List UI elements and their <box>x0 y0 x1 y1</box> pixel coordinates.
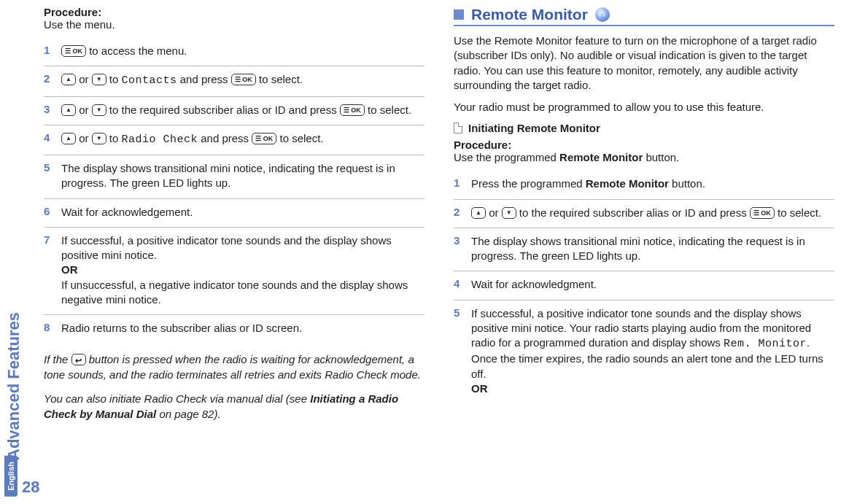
intro-paragraph: Your radio must be programmed to allow y… <box>454 100 834 115</box>
step-number: 3 <box>454 234 464 264</box>
step-row: 1 ☰ OK to access the menu. <box>44 38 424 66</box>
step-number: 6 <box>44 205 54 220</box>
step-text: or <box>76 132 92 144</box>
up-arrow-icon <box>61 133 76 144</box>
step-row: 2 or to Contacts and press ☰ OK to selec… <box>44 66 424 96</box>
side-section-label: Advanced Features <box>4 312 23 460</box>
menu-ok-icon: ☰ OK <box>231 74 256 85</box>
step-bold: Remote Monitor <box>586 177 669 190</box>
procedure-sub-bold: Remote Monitor <box>559 151 643 163</box>
step-text: button. <box>669 177 705 190</box>
step-text: . <box>807 336 810 349</box>
up-arrow-icon <box>471 207 486 219</box>
step-row: 7 If successful, a positive indicator to… <box>44 228 424 315</box>
step-row: 4 or to Radio Check and press ☰ OK to se… <box>44 125 424 155</box>
step-body: If successful, a positive indicator tone… <box>61 233 424 307</box>
step-number: 2 <box>454 206 464 220</box>
note-text: button is pressed when the radio is wait… <box>44 353 421 381</box>
down-arrow-icon <box>502 207 516 219</box>
down-arrow-icon <box>92 104 106 116</box>
note-text: on page 82). <box>156 408 220 420</box>
step-row: 5 The display shows transitional mini no… <box>44 155 424 199</box>
step-row: 8 Radio returns to the subscriber alias … <box>44 315 424 343</box>
step-number: 2 <box>44 72 54 88</box>
step-row: 4 Wait for acknowledgment. <box>454 271 834 300</box>
step-body: or to the required subscriber alias or I… <box>61 103 424 117</box>
left-column: Procedure: Use the menu. 1 ☰ OK to acces… <box>44 6 424 422</box>
step-body: The display shows transitional mini noti… <box>61 161 424 191</box>
step-text: and press <box>198 132 252 144</box>
procedure-subtext: Use the menu. <box>44 18 424 31</box>
step-number: 1 <box>454 177 464 191</box>
step-row: 3 The display shows transitional mini no… <box>454 228 834 272</box>
note-text: If the <box>44 353 71 365</box>
procedure-sub-text: Use the programmed <box>454 151 559 163</box>
note-paragraph: You can also initiate Radio Check via ma… <box>44 391 424 422</box>
procedure-label: Procedure: <box>454 139 511 151</box>
note-text: You can also initiate Radio Check via ma… <box>44 392 310 405</box>
step-number: 5 <box>454 306 464 397</box>
headphone-icon <box>598 11 606 19</box>
step-text: to select. <box>256 73 303 85</box>
section-bullet-icon <box>454 9 464 20</box>
procedure-heading: Procedure: <box>44 6 424 18</box>
sub-heading-text: Initiating Remote Monitor <box>468 122 600 134</box>
step-number: 1 <box>44 44 54 58</box>
step-text: to <box>106 132 122 144</box>
down-arrow-icon <box>92 74 106 85</box>
step-text: or <box>486 206 502 219</box>
step-text: or <box>76 104 92 116</box>
page-number: 28 <box>22 478 39 497</box>
section-header: Remote Monitor <box>454 6 834 26</box>
menu-item-mono: Rem. Monitor <box>724 338 807 350</box>
step-number: 3 <box>44 103 54 117</box>
step-body: ☰ OK to access the menu. <box>61 44 424 58</box>
step-text: to access the menu. <box>86 44 187 57</box>
back-icon <box>71 354 86 365</box>
menu-ok-icon: ☰ OK <box>340 104 365 116</box>
up-arrow-icon <box>61 74 76 85</box>
step-number: 5 <box>44 161 54 191</box>
menu-item-mono: Radio Check <box>122 133 198 146</box>
step-text: to select. <box>276 132 323 144</box>
procedure-label: Procedure: <box>44 6 101 18</box>
step-body: or to Contacts and press ☰ OK to select. <box>61 72 424 88</box>
or-label: OR <box>471 382 488 395</box>
step-body: or to Radio Check and press ☰ OK to sele… <box>61 131 424 147</box>
step-number: 8 <box>44 321 54 336</box>
remote-monitor-icon <box>595 7 610 22</box>
step-body: Wait for acknowledgement. <box>61 205 424 220</box>
step-number: 4 <box>454 277 464 292</box>
step-body: or to the required subscriber alias or I… <box>471 206 834 220</box>
step-text: Once the timer expires, the radio sounds… <box>471 352 823 379</box>
procedure-heading: Procedure: <box>454 139 834 151</box>
step-text: If unsuccessful, a negative indicator to… <box>61 279 408 306</box>
step-text: Press the programmed <box>471 177 586 190</box>
step-text: and press <box>177 73 231 85</box>
down-arrow-icon <box>92 133 106 144</box>
sub-heading: Initiating Remote Monitor <box>454 122 834 134</box>
step-row: 3 or to the required subscriber alias or… <box>44 97 424 125</box>
procedure-subtext: Use the programmed Remote Monitor button… <box>454 151 834 163</box>
step-body: Radio returns to the subscriber alias or… <box>61 321 424 336</box>
step-text: to select. <box>775 206 821 219</box>
intro-paragraph: Use the Remote Monitor feature to turn o… <box>454 34 834 93</box>
right-column: Remote Monitor Use the Remote Monitor fe… <box>454 6 834 422</box>
step-text: to the required subscriber alias or ID a… <box>106 104 340 116</box>
step-number: 4 <box>44 131 54 147</box>
step-row: 1 Press the programmed Remote Monitor bu… <box>454 171 834 199</box>
step-number: 7 <box>44 233 54 307</box>
language-tab: English <box>4 456 18 497</box>
step-body: Press the programmed Remote Monitor butt… <box>471 177 834 191</box>
step-text: or <box>76 73 92 85</box>
step-text: to <box>106 73 122 85</box>
step-body: If successful, a positive indicator tone… <box>471 306 834 397</box>
step-row: 6 Wait for acknowledgement. <box>44 199 424 228</box>
up-arrow-icon <box>61 104 76 116</box>
menu-ok-icon: ☰ OK <box>750 207 775 219</box>
step-text: to select. <box>365 104 411 116</box>
procedure-sub-text: button. <box>643 151 679 163</box>
step-row: 2 or to the required subscriber alias or… <box>454 200 834 228</box>
menu-item-mono: Contacts <box>122 74 177 87</box>
step-text: If successful, a positive indicator tone… <box>61 234 392 261</box>
